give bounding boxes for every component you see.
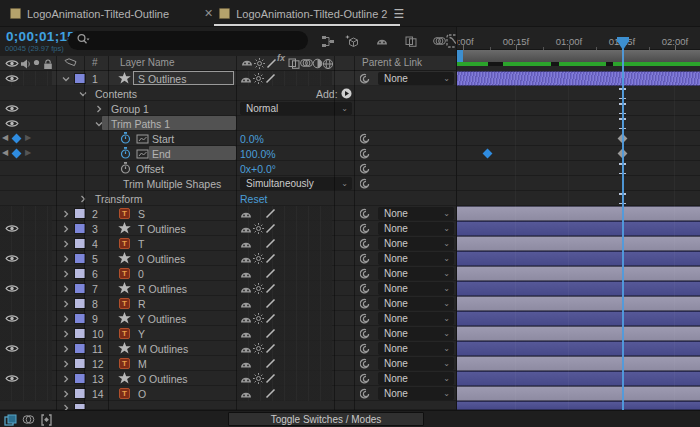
pick-whip-icon[interactable] (360, 178, 372, 190)
add-button-icon[interactable] (341, 88, 352, 99)
layer-name[interactable]: 0 Outlines (138, 253, 185, 265)
timeline-row[interactable] (457, 101, 700, 116)
keyframe-navigator-diamond[interactable] (11, 149, 21, 159)
layer-row[interactable]: 7R OutlinesNone⌄ (0, 281, 456, 296)
layer-name[interactable]: S Outlines (138, 73, 186, 85)
collapse-transformations-icon[interactable] (253, 73, 264, 84)
chevron-right-icon[interactable] (62, 225, 70, 233)
shy-icon[interactable] (241, 58, 253, 66)
shy-switch-icon[interactable] (240, 225, 252, 233)
quality-switch-icon[interactable] (265, 73, 276, 84)
quality-icon[interactable] (266, 58, 277, 69)
property-row[interactable]: Group 1Normal⌄ (0, 101, 456, 116)
quality-switch-icon[interactable] (265, 373, 276, 384)
timeline-row[interactable] (457, 176, 700, 191)
parent-pick-whip-icon[interactable] (360, 223, 372, 235)
parent-dropdown[interactable]: None⌄ (378, 342, 454, 355)
property-row[interactable]: ContentsAdd: (0, 86, 456, 101)
timeline-row[interactable] (457, 86, 700, 101)
reset-link[interactable]: Reset (240, 193, 267, 205)
collapse-icon[interactable] (254, 58, 265, 69)
layer-duration-bar[interactable] (457, 386, 700, 401)
timeline-row[interactable] (457, 71, 700, 86)
parent-dropdown[interactable]: None⌄ (378, 372, 454, 385)
group-name[interactable]: Transform (95, 193, 142, 205)
timeline-row[interactable] (457, 311, 700, 326)
property-row[interactable]: ◀▶Start0.0% (0, 131, 456, 146)
parent-dropdown[interactable]: None⌄ (378, 237, 454, 250)
parent-pick-whip-icon[interactable] (360, 73, 372, 85)
group-name[interactable]: Trim Paths 1 (111, 118, 170, 130)
property-value[interactable]: 0.0% (240, 133, 264, 145)
collapse-transformations-icon[interactable] (253, 373, 264, 384)
stopwatch-icon[interactable] (120, 147, 131, 159)
pick-whip-icon[interactable] (360, 163, 372, 175)
layer-row[interactable]: 6T0None⌄ (0, 266, 456, 281)
layer-name[interactable]: R Outlines (138, 283, 187, 295)
quality-switch-icon[interactable] (265, 388, 276, 399)
playhead-marker-top[interactable] (617, 37, 629, 42)
layer-name[interactable]: O (138, 388, 146, 400)
chevron-right-icon[interactable] (62, 285, 70, 293)
layer-name[interactable]: O Outlines (138, 373, 188, 385)
parent-pick-whip-icon[interactable] (360, 328, 372, 340)
chevron-right-icon[interactable] (62, 300, 70, 308)
eye-icon[interactable] (5, 59, 19, 68)
layer-name[interactable]: S (138, 208, 145, 220)
layer-duration-bar[interactable] (457, 266, 700, 281)
eye-toggle[interactable] (5, 224, 19, 233)
parent-pick-whip-icon[interactable] (360, 313, 372, 325)
pick-whip-icon[interactable] (360, 148, 372, 160)
shy-switch-icon[interactable] (240, 375, 252, 383)
mini-flowchart-icon[interactable] (318, 32, 338, 50)
shy-layers-icon[interactable] (372, 32, 392, 50)
timeline-row[interactable] (457, 236, 700, 251)
layer-row[interactable]: 3T OutlinesNone⌄ (0, 221, 456, 236)
layer-row[interactable]: 11M OutlinesNone⌄ (0, 341, 456, 356)
chevron-down-icon[interactable] (62, 75, 70, 83)
next-keyframe-arrow[interactable]: ▶ (25, 133, 31, 142)
property-value[interactable]: 100.0% (240, 148, 276, 160)
pick-whip-icon[interactable] (360, 133, 372, 145)
layer-row[interactable]: 8TRNone⌄ (0, 296, 456, 311)
previous-keyframe-arrow[interactable]: ◀ (2, 148, 8, 157)
timeline-row[interactable] (457, 161, 700, 176)
property-row[interactable]: Trim Multiple ShapesSimultaneously⌄ (0, 176, 456, 191)
layer-duration-bar[interactable] (457, 326, 700, 341)
timeline-row[interactable] (457, 326, 700, 341)
tab-comp-2[interactable]: ✕ LogoAnimation-Tilted-Outline 2 ☰ (204, 0, 404, 27)
eye-toggle[interactable] (5, 119, 19, 128)
timeline-row[interactable] (457, 371, 700, 386)
group-name[interactable]: Contents (95, 88, 137, 100)
parent-pick-whip-icon[interactable] (360, 343, 372, 355)
layer-duration-bar[interactable] (457, 71, 700, 86)
parent-pick-whip-icon[interactable] (360, 208, 372, 220)
blend-mode-dropdown[interactable]: Normal⌄ (240, 102, 352, 115)
layer-row[interactable]: 2TSNone⌄ (0, 206, 456, 221)
eye-toggle[interactable] (5, 104, 19, 113)
quality-switch-icon[interactable] (265, 313, 276, 324)
eye-toggle[interactable] (5, 284, 19, 293)
stopwatch-icon[interactable] (120, 162, 131, 174)
draft-3d-icon[interactable] (342, 32, 362, 50)
chevron-right-icon[interactable] (62, 390, 70, 398)
chevron-right-icon[interactable] (62, 270, 70, 278)
property-name[interactable]: Start (152, 133, 174, 145)
shy-switch-icon[interactable] (240, 390, 252, 398)
solo-icon[interactable] (33, 59, 40, 66)
frame-blending-icon[interactable] (401, 32, 421, 50)
chevron-right-icon[interactable] (62, 330, 70, 338)
collapse-transformations-icon[interactable] (253, 223, 264, 234)
parent-dropdown[interactable]: None⌄ (378, 327, 454, 340)
shy-switch-icon[interactable] (240, 345, 252, 353)
chevron-right-icon[interactable] (62, 240, 70, 248)
current-time-display[interactable]: 0;00;01;15 (6, 29, 75, 44)
graph-editor-toggle-icon[interactable] (136, 149, 149, 159)
lock-icon[interactable] (43, 59, 53, 70)
chevron-right-icon[interactable] (62, 315, 70, 323)
layer-name[interactable]: T (138, 238, 144, 250)
tab-comp-1[interactable]: LogoAnimation-Tilted-Outline (10, 0, 169, 27)
work-area-bar[interactable] (457, 50, 700, 62)
layer-row[interactable]: 13O OutlinesNone⌄ (0, 371, 456, 386)
close-icon[interactable]: ✕ (204, 7, 213, 20)
